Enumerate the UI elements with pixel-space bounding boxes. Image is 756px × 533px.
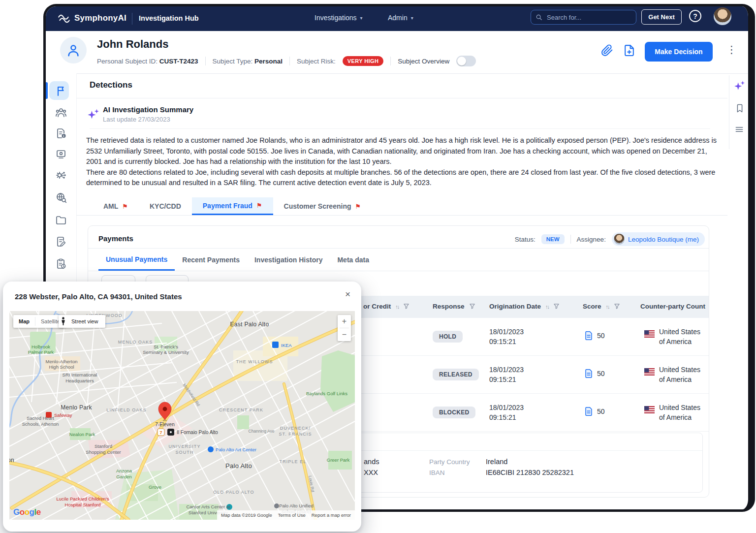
map-type-control: Map Satellite xyxy=(13,315,65,328)
response-badge: HOLD xyxy=(433,331,463,343)
tab-customer-screening[interactable]: Customer Screening ⚑ xyxy=(273,197,372,215)
map-label: Palo Alto xyxy=(225,462,252,470)
filter-icon[interactable] xyxy=(469,303,475,310)
zoom-in-button[interactable]: + xyxy=(338,315,351,328)
iban-label: IBAN xyxy=(429,469,445,476)
map-zoom-control: + − xyxy=(338,315,351,341)
paperclip-icon[interactable] xyxy=(601,44,613,57)
score-value: 50 xyxy=(597,370,605,377)
tab-meta-data[interactable]: Meta data xyxy=(330,249,377,271)
map-label: Baylands Golf Links xyxy=(306,391,347,396)
automation-icon[interactable] xyxy=(55,169,67,181)
make-decision-button[interactable]: Make Decision xyxy=(645,42,713,62)
street-view-label: Street view xyxy=(66,315,103,328)
audit-history-icon[interactable] xyxy=(55,258,67,270)
search-input[interactable] xyxy=(546,13,622,22)
map-button[interactable]: Map xyxy=(13,315,35,328)
sort-icon[interactable]: ↑↓ xyxy=(395,304,399,310)
column-score[interactable]: Score ↑↓ xyxy=(583,303,620,310)
street-view-control[interactable]: Street view xyxy=(59,315,105,328)
divider xyxy=(88,248,709,249)
map-label: MENLO OAKS xyxy=(118,340,153,345)
list-view-icon[interactable] xyxy=(734,125,745,134)
ai-assistant-icon[interactable] xyxy=(733,79,746,92)
menu-investigations[interactable]: Investigations ▾ xyxy=(315,14,363,22)
subject-overview-label: Subject Overview xyxy=(398,58,449,65)
notes-icon[interactable] xyxy=(55,236,67,248)
search-box[interactable] xyxy=(531,10,636,25)
document-info-icon[interactable] xyxy=(55,127,67,139)
score-document-icon[interactable] xyxy=(584,369,593,378)
column-counterparty-country[interactable]: Counter-party Count xyxy=(640,303,705,310)
score-value: 50 xyxy=(597,408,605,415)
tab-kyc-cdd[interactable]: KYC/CDD xyxy=(139,197,192,215)
tab-unusual-payments[interactable]: Unusual Payments xyxy=(98,249,175,271)
map-label: Palmer Park xyxy=(28,349,54,355)
global-search-icon[interactable] xyxy=(55,191,67,203)
column-debit-or-credit[interactable]: or Credit ↑↓ xyxy=(363,303,410,310)
map-label: Stanford xyxy=(94,443,112,449)
map-label: OLD PALO ALTO xyxy=(213,490,254,495)
counterparty-country: United Statesof America xyxy=(659,365,700,384)
map-label: CRESCENT PARK xyxy=(219,408,263,412)
subject-id: Personal Subject ID: CUST-T2423 xyxy=(97,58,198,65)
seven-eleven-icon[interactable]: 7 xyxy=(158,429,164,436)
zoom-out-button[interactable]: − xyxy=(338,328,351,341)
map-label: IKEA xyxy=(281,343,292,348)
tab-payment-fraud[interactable]: Payment Fraud ⚑ xyxy=(192,197,273,215)
subject-overview-toggle[interactable] xyxy=(456,56,476,66)
sort-icon[interactable]: ↑↓ xyxy=(606,304,609,310)
parties-icon[interactable] xyxy=(55,107,67,119)
terms-of-use-link[interactable]: Terms of Use xyxy=(278,512,306,518)
status-badge: NEW xyxy=(541,234,565,244)
map-graphic: 7 LINDENWOOD East Palo Alto MENLO OAKS S… xyxy=(9,311,355,520)
score-document-icon[interactable] xyxy=(584,407,593,416)
tab-investigation-history[interactable]: Investigation History xyxy=(247,249,330,271)
tab-aml[interactable]: AML ⚑ xyxy=(93,197,139,215)
help-icon[interactable]: ? xyxy=(689,10,701,22)
map-label: Cantor Arts Center at xyxy=(186,504,230,509)
bookmark-icon[interactable] xyxy=(735,103,745,114)
filter-icon[interactable] xyxy=(553,303,560,310)
menu-admin[interactable]: Admin ▾ xyxy=(388,14,413,22)
map-canvas[interactable]: 7 LINDENWOOD East Palo Alto MENLO OAKS S… xyxy=(9,311,355,520)
symphonyai-logo-icon xyxy=(58,12,70,25)
assignee-pill[interactable]: Leopoldo Boutique (me) xyxy=(612,232,705,246)
map-label: TRIPLE EL xyxy=(280,459,307,464)
get-next-button[interactable]: Get Next xyxy=(641,9,682,25)
map-label: Channing Ave xyxy=(249,429,275,434)
add-document-icon[interactable] xyxy=(623,44,635,57)
map-label: Lucile Packard Children's xyxy=(57,496,109,502)
tab-recent-payments[interactable]: Recent Payments xyxy=(175,249,247,271)
folder-icon[interactable] xyxy=(55,214,67,226)
nav-divider xyxy=(132,13,132,25)
kebab-menu-icon[interactable]: ⋮ xyxy=(726,44,737,55)
map-label: UNIVERSITY xyxy=(168,444,200,449)
report-error-link[interactable]: Report a map error xyxy=(312,512,351,518)
map-data-credit: Map data ©2019 Google xyxy=(221,512,272,518)
score-document-icon[interactable] xyxy=(584,331,593,341)
ai-summary-text: The retrieved data is related to a custo… xyxy=(86,135,719,188)
close-icon[interactable]: × xyxy=(345,289,350,299)
column-origination-date[interactable]: Origination Date ↑↓ xyxy=(489,303,560,310)
sort-icon[interactable]: ↑↓ xyxy=(545,304,549,310)
score-value: 50 xyxy=(597,332,605,340)
il-fornaio-icon[interactable] xyxy=(167,429,174,436)
filter-icon[interactable] xyxy=(403,303,410,310)
status-label: Status: xyxy=(515,236,536,243)
origination-date: 18/01/202309:15:21 xyxy=(489,403,524,422)
map-label: Garden xyxy=(116,474,132,479)
chevron-down-icon: ▾ xyxy=(411,15,413,21)
detections-flag-icon[interactable] xyxy=(55,85,67,97)
map-label: Seminary & University xyxy=(143,349,189,355)
map-label: St. Patrick's xyxy=(154,344,178,349)
assignee-label: Assignee: xyxy=(577,236,606,243)
filter-icon[interactable] xyxy=(614,303,620,310)
map-label: High School xyxy=(49,364,74,370)
map-label: THE WILLOWS xyxy=(236,359,273,364)
screen: SymphonyAI Investigation Hub Investigati… xyxy=(0,0,756,533)
art-center-icon xyxy=(208,446,214,452)
user-avatar[interactable] xyxy=(714,7,731,25)
accounts-icon[interactable] xyxy=(55,148,67,160)
column-response[interactable]: Response xyxy=(433,303,475,310)
